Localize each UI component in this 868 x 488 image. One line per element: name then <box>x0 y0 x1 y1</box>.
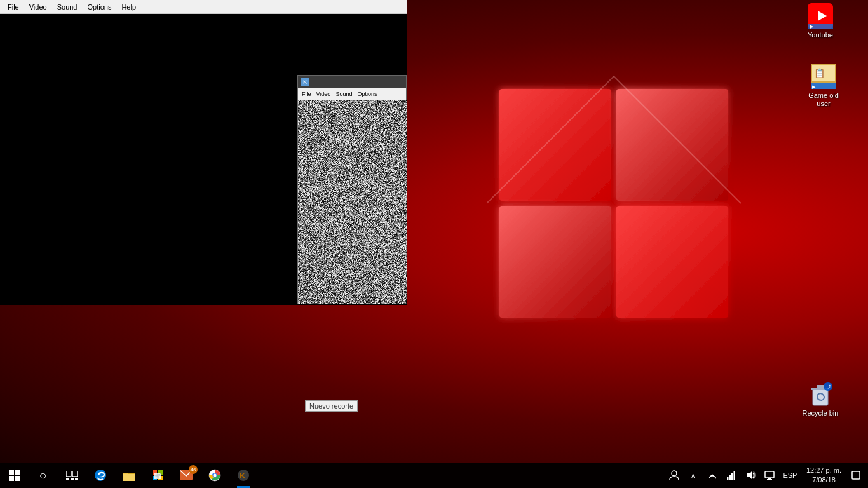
clock-time: 12:27 p. m. <box>806 466 841 475</box>
network-tray-icon[interactable] <box>703 463 722 488</box>
svg-rect-55 <box>852 471 860 479</box>
static-noise-area <box>298 100 407 304</box>
desktop-icon-youtube[interactable]: ▶ Youtube <box>798 3 843 39</box>
svg-rect-49 <box>731 473 733 480</box>
youtube-icon-label: Youtube <box>808 31 833 39</box>
svg-text:🛒: 🛒 <box>155 473 161 479</box>
svg-text:📋: 📋 <box>814 68 825 79</box>
start-button[interactable] <box>0 463 29 488</box>
volume-tray-icon[interactable] <box>741 463 760 488</box>
menu-help-bg[interactable]: Help <box>116 2 141 12</box>
people-tray-icon[interactable] <box>665 463 684 488</box>
noise-canvas <box>298 100 407 304</box>
tray-chevron[interactable]: ∧ <box>684 463 703 488</box>
svg-rect-27 <box>71 478 74 480</box>
svg-rect-47 <box>727 477 729 480</box>
mail-icon[interactable]: 46 <box>172 463 200 488</box>
edge-icon[interactable] <box>86 463 114 488</box>
language-indicator[interactable]: ESP <box>779 463 801 488</box>
wifi-tray-icon[interactable] <box>722 463 741 488</box>
kmplayer-taskbar-icon[interactable]: K <box>229 463 257 488</box>
svg-rect-1 <box>616 89 728 201</box>
menu-options-bg[interactable]: Options <box>82 2 116 12</box>
svg-rect-24 <box>66 471 71 477</box>
game-old-user-icon-label: Game old user <box>801 92 846 108</box>
svg-rect-15 <box>813 389 828 405</box>
notification-button[interactable] <box>846 463 865 488</box>
chrome-icon[interactable] <box>200 463 229 488</box>
small-menu-video[interactable]: Video <box>314 90 334 98</box>
tooltip-text: Nuevo recorte <box>309 402 353 410</box>
svg-rect-0 <box>499 89 611 201</box>
svg-rect-48 <box>729 475 731 480</box>
taskbar: ○ <box>0 463 868 488</box>
svg-rect-20 <box>9 470 14 475</box>
svg-rect-26 <box>66 478 69 480</box>
system-tray: ∧ <box>665 463 868 488</box>
small-menu-bar: File Video Sound Options <box>298 88 406 100</box>
task-view-button[interactable] <box>57 463 86 488</box>
mail-badge: 46 <box>189 465 198 474</box>
menu-sound-bg[interactable]: Sound <box>52 2 83 12</box>
youtube-icon: ▶ <box>808 3 833 29</box>
media-player-small-titlebar: K <box>298 76 406 88</box>
svg-rect-54 <box>767 479 772 480</box>
svg-rect-21 <box>15 470 20 475</box>
desktop-icon-recycle-bin[interactable]: ↺ Recycle bin <box>798 381 843 417</box>
svg-rect-2 <box>499 206 611 318</box>
svg-rect-17 <box>817 385 824 388</box>
menu-file-bg[interactable]: File <box>3 2 24 12</box>
svg-rect-52 <box>765 471 774 478</box>
language-text: ESP <box>783 471 797 479</box>
svg-rect-25 <box>72 471 78 477</box>
menu-bar-background: File Video Sound Options Help <box>0 0 407 14</box>
svg-rect-53 <box>768 478 771 479</box>
svg-rect-3 <box>616 206 728 318</box>
svg-rect-23 <box>15 476 20 481</box>
tooltip-nuevo-recorte: Nuevo recorte <box>305 400 358 412</box>
clock-area[interactable]: 12:27 p. m. 7/08/18 <box>801 463 846 488</box>
search-button[interactable]: ○ <box>29 463 57 488</box>
game-old-user-icon: ▶ 📋 <box>811 64 836 89</box>
svg-rect-50 <box>733 471 735 480</box>
svg-point-45 <box>672 471 677 476</box>
svg-text:↺: ↺ <box>826 384 831 390</box>
recycle-bin-icon: ↺ <box>808 381 833 407</box>
clock-date: 7/08/18 <box>812 475 836 485</box>
svg-rect-22 <box>9 476 14 481</box>
svg-text:K: K <box>240 471 246 480</box>
small-menu-options[interactable]: Options <box>355 90 379 98</box>
svg-marker-51 <box>747 471 752 479</box>
desktop: File Video Sound Options Help K File Vid… <box>0 0 868 488</box>
svg-point-42 <box>213 474 216 477</box>
connect-tray-icon[interactable] <box>760 463 779 488</box>
small-menu-sound[interactable]: Sound <box>333 90 355 98</box>
store-icon[interactable]: 🛒 <box>143 463 172 488</box>
windows-logo <box>487 76 741 330</box>
small-menu-file[interactable]: File <box>299 90 314 98</box>
media-player-small[interactable]: K File Video Sound Options <box>297 75 407 304</box>
recycle-bin-icon-label: Recycle bin <box>803 409 839 417</box>
media-player-small-icon: K <box>301 78 309 86</box>
explorer-icon[interactable] <box>114 463 143 488</box>
svg-rect-31 <box>123 474 135 481</box>
menu-video-bg[interactable]: Video <box>24 2 52 12</box>
svg-rect-28 <box>75 478 78 480</box>
desktop-icon-game-old-user[interactable]: ▶ 📋 Game old user <box>801 64 846 108</box>
